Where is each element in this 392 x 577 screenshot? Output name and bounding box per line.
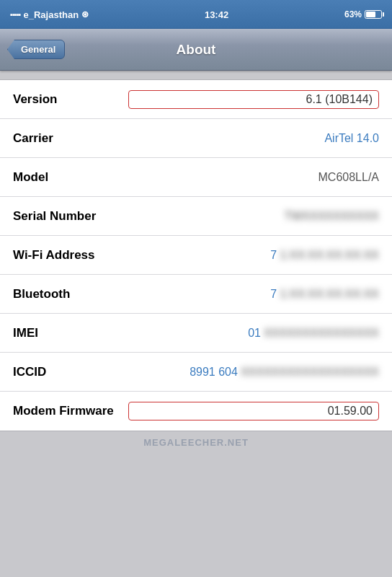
row-value-imei-wrapper: 01 XXXXXXXXXXXXXXX bbox=[128, 327, 379, 340]
status-time: 13:42 bbox=[205, 9, 228, 20]
row-value-version: 6.1 (10B144) bbox=[128, 90, 379, 109]
row-label-iccid: ICCID bbox=[13, 365, 128, 379]
row-value-iccid-partial: 8991 604 bbox=[190, 366, 238, 379]
row-value-imei-partial: 01 bbox=[248, 327, 261, 340]
status-bar: ▪▪▪▪▪ e_Rajasthan ⊛ 13:42 63% bbox=[0, 0, 392, 29]
table-row: Model MC608LL/A bbox=[0, 158, 392, 197]
table-row: Version 6.1 (10B144) bbox=[0, 80, 392, 119]
row-label-model: Model bbox=[13, 170, 128, 185]
table-row: Carrier AirTel 14.0 bbox=[0, 119, 392, 158]
table-row: Serial Number TWXXXXXXXXXX bbox=[0, 197, 392, 236]
table-row: IMEI 01 XXXXXXXXXXXXXXX bbox=[0, 314, 392, 353]
row-value-bluetooth-blurred: 1:XX:XX:XX:XX:XX bbox=[280, 288, 379, 301]
signal-icon: ▪▪▪▪▪ bbox=[10, 10, 21, 19]
row-label-bluetooth: Bluetooth bbox=[13, 287, 128, 301]
info-table: Version 6.1 (10B144) Carrier AirTel 14.0… bbox=[0, 79, 392, 431]
battery-fill bbox=[366, 12, 375, 17]
content-area: Version 6.1 (10B144) Carrier AirTel 14.0… bbox=[0, 71, 392, 577]
nav-bar: General About bbox=[0, 29, 392, 71]
row-value-iccid-blurred: XXXXXXXXXXXXXXXXXX bbox=[241, 366, 379, 379]
carrier-label: e_Rajasthan bbox=[24, 9, 79, 20]
wifi-icon: ⊛ bbox=[81, 9, 89, 19]
back-button[interactable]: General bbox=[7, 40, 65, 59]
row-value-model: MC608LL/A bbox=[128, 171, 379, 184]
table-row: Modem Firmware 01.59.00 bbox=[0, 392, 392, 431]
row-value-iccid-wrapper: 8991 604 XXXXXXXXXXXXXXXXXX bbox=[128, 366, 379, 379]
row-label-carrier: Carrier bbox=[13, 131, 128, 146]
row-label-modem: Modem Firmware bbox=[13, 404, 128, 418]
row-value-imei-blurred: XXXXXXXXXXXXXXX bbox=[264, 327, 379, 340]
status-right: 63% bbox=[344, 9, 382, 19]
table-row: ICCID 8991 604 XXXXXXXXXXXXXXXXXX bbox=[0, 353, 392, 392]
row-value-wifi-blurred: 1:XX:XX:XX:XX:XX bbox=[280, 249, 379, 262]
status-left: ▪▪▪▪▪ e_Rajasthan ⊛ bbox=[10, 9, 89, 20]
battery-icon bbox=[365, 10, 382, 19]
row-value-bluetooth-partial: 7 bbox=[270, 288, 277, 301]
battery-percent: 63% bbox=[344, 9, 362, 19]
watermark: MEGALEECHER.NET bbox=[0, 431, 392, 451]
row-label-serial: Serial Number bbox=[13, 209, 128, 224]
row-label-wifi: Wi-Fi Address bbox=[13, 248, 128, 263]
row-value-modem: 01.59.00 bbox=[128, 402, 379, 420]
table-row: Wi-Fi Address 7 1:XX:XX:XX:XX:XX bbox=[0, 236, 392, 275]
row-label-version: Version bbox=[13, 92, 128, 107]
row-label-imei: IMEI bbox=[13, 326, 128, 340]
row-value-serial: TWXXXXXXXXXX bbox=[128, 210, 379, 223]
table-row: Bluetooth 7 1:XX:XX:XX:XX:XX bbox=[0, 275, 392, 314]
row-value-wifi-partial: 7 bbox=[270, 249, 277, 262]
row-value-carrier: AirTel 14.0 bbox=[128, 132, 379, 145]
page-title: About bbox=[177, 42, 216, 58]
row-value-wifi-wrapper: 7 1:XX:XX:XX:XX:XX bbox=[128, 249, 379, 262]
row-value-bluetooth-wrapper: 7 1:XX:XX:XX:XX:XX bbox=[128, 288, 379, 301]
